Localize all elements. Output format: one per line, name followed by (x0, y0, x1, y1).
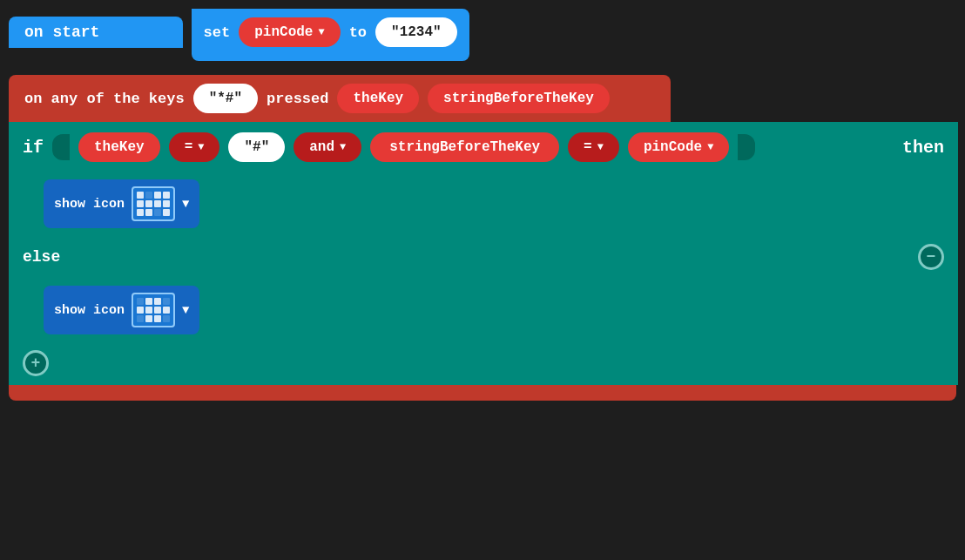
on-start-header: on start (9, 17, 183, 48)
icon-grid-2[interactable] (132, 293, 175, 327)
bottom-connector-bar (9, 385, 956, 401)
remove-else-button[interactable]: − (918, 244, 944, 270)
dot (137, 209, 144, 216)
cond-var3: pinCode (644, 139, 702, 155)
pressed-label: pressed (267, 91, 328, 107)
add-button[interactable]: + (23, 350, 49, 376)
eq1-label: = (185, 139, 193, 155)
hash-cond-text: "#" (244, 139, 269, 155)
else-row: else − (9, 235, 958, 279)
eq1-pill[interactable]: = ▼ (169, 132, 220, 162)
on-keys-block: on any of the keys "*#" pressed theKey s… (9, 75, 956, 401)
param2-label: stringBeforeTheKey (443, 91, 594, 106)
dot (154, 307, 161, 314)
hash-value: "*#" (209, 91, 242, 106)
pincode-variable[interactable]: pinCode ▼ (239, 17, 340, 47)
dot (154, 192, 161, 199)
on-start-label: on start (24, 24, 99, 41)
notch-left (52, 134, 70, 160)
show-icon-label-1: show icon (54, 197, 125, 212)
show-icon-block-2[interactable]: show icon ▼ (44, 286, 199, 334)
dot (145, 315, 152, 322)
on-start-block: on start set pinCode ▼ to "1234" (9, 9, 956, 61)
else-section: show icon ▼ (9, 279, 958, 341)
param1-label: theKey (353, 91, 403, 106)
dot (145, 298, 152, 305)
eq2-label: = (584, 139, 592, 155)
cond-var2: stringBeforeTheKey (389, 139, 540, 155)
pincode-condition[interactable]: pinCode ▼ (628, 132, 729, 162)
stringbeforethekey-param[interactable]: stringBeforeTheKey (428, 84, 610, 113)
icon-grid-1[interactable] (132, 186, 175, 221)
dot (154, 298, 161, 305)
to-label: to (349, 24, 367, 41)
then-section: show icon ▼ (9, 172, 958, 235)
add-row: + (9, 341, 958, 385)
hash-value-pill[interactable]: "*#" (193, 84, 258, 113)
show-icon-dropdown-2[interactable]: ▼ (182, 303, 189, 317)
on-keys-header: on any of the keys "*#" pressed theKey s… (9, 75, 671, 122)
dot (137, 192, 144, 199)
notch-right (738, 134, 755, 160)
dot (154, 200, 161, 207)
dot (145, 307, 152, 314)
dot (145, 192, 152, 199)
dot (163, 298, 170, 305)
and-pill[interactable]: and ▼ (294, 132, 361, 162)
cond-var1: theKey (94, 139, 145, 155)
dot (137, 307, 144, 314)
if-label: if (23, 138, 44, 158)
thekey-condition[interactable]: theKey (78, 132, 160, 162)
dot (154, 315, 161, 322)
show-icon-label-2: show icon (54, 303, 125, 318)
thekey-param[interactable]: theKey (337, 84, 419, 113)
then-label: then (902, 138, 944, 158)
dot (163, 315, 170, 322)
and-label: and (309, 139, 334, 155)
pincode-dropdown-icon[interactable]: ▼ (707, 141, 713, 153)
show-icon-dropdown-1[interactable]: ▼ (182, 197, 189, 211)
string-value: "1234" (391, 24, 442, 40)
eq2-dropdown-icon[interactable]: ▼ (597, 141, 604, 153)
dot (137, 315, 144, 322)
if-block-body: if theKey = ▼ "#" and ▼ stringBeforeTheK… (9, 122, 958, 385)
on-start-body: set pinCode ▼ to "1234" (192, 9, 469, 61)
if-row: if theKey = ▼ "#" and ▼ stringBeforeTheK… (9, 122, 958, 172)
hash-cond-value[interactable]: "#" (228, 132, 285, 162)
show-icon-block-1[interactable]: show icon ▼ (44, 179, 199, 228)
stringbeforethekey-condition[interactable]: stringBeforeTheKey (370, 132, 559, 162)
else-label: else (23, 248, 60, 266)
on-any-keys-label: on any of the keys (24, 91, 185, 107)
dot (163, 209, 170, 216)
eq1-dropdown-icon[interactable]: ▼ (198, 141, 204, 153)
dot (163, 200, 170, 207)
value-pill[interactable]: "1234" (375, 17, 457, 47)
dot (145, 209, 152, 216)
variable-name: pinCode (254, 24, 313, 40)
variable-dropdown-icon[interactable]: ▼ (318, 26, 324, 38)
dot (137, 200, 144, 207)
dot (145, 200, 152, 207)
dot (163, 307, 170, 314)
dot (137, 298, 144, 305)
set-label: set (204, 24, 231, 41)
dot (163, 192, 170, 199)
and-dropdown-icon[interactable]: ▼ (340, 141, 346, 153)
eq2-pill[interactable]: = ▼ (568, 132, 619, 162)
dot (154, 209, 161, 216)
